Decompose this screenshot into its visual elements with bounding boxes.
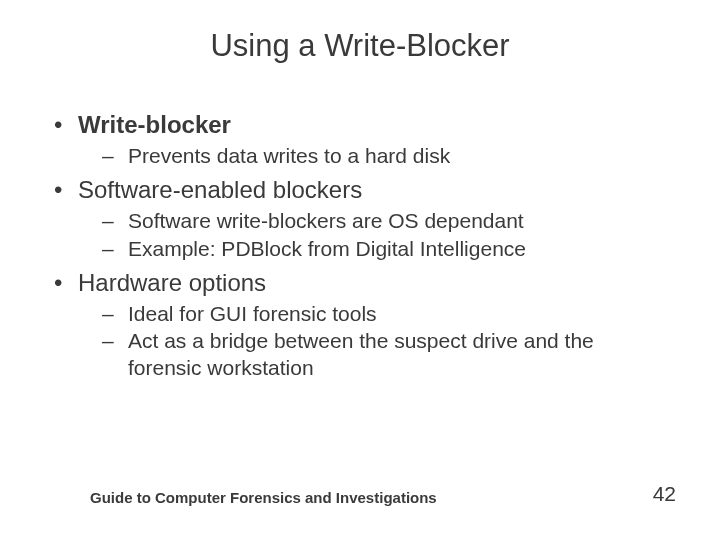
sub-bullet-item: Example: PDBlock from Digital Intelligen… [98,235,670,262]
page-number: 42 [653,482,676,506]
sub-list: Ideal for GUI forensic tools Act as a br… [78,300,670,382]
bullet-item: Write-blocker Prevents data writes to a … [50,110,670,169]
slide: Using a Write-Blocker Write-blocker Prev… [0,0,720,540]
bullet-list: Write-blocker Prevents data writes to a … [50,110,670,382]
slide-title: Using a Write-Blocker [50,28,670,64]
sub-bullet-item: Act as a bridge between the suspect driv… [98,327,670,382]
sub-list: Prevents data writes to a hard disk [78,142,670,169]
bullet-text: Write-blocker [78,111,231,138]
sub-bullet-item: Software write-blockers are OS dependant [98,207,670,234]
bullet-text: Hardware options [78,269,266,296]
sub-bullet-item: Ideal for GUI forensic tools [98,300,670,327]
sub-bullet-item: Prevents data writes to a hard disk [98,142,670,169]
footer-text: Guide to Computer Forensics and Investig… [90,489,437,506]
bullet-text: Software-enabled blockers [78,176,362,203]
bullet-item: Software-enabled blockers Software write… [50,175,670,262]
sub-list: Software write-blockers are OS dependant… [78,207,670,262]
bullet-item: Hardware options Ideal for GUI forensic … [50,268,670,382]
